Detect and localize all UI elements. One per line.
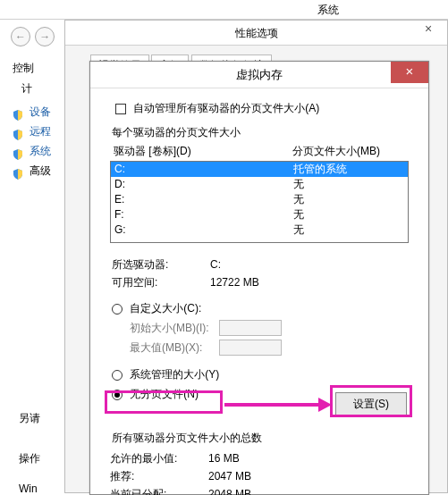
drive-row-e[interactable]: E: 无 — [111, 192, 408, 207]
shield-icon — [13, 166, 23, 177]
avail-label: 可用空间: — [112, 273, 210, 291]
side-head: 控制 — [13, 61, 51, 76]
drive-row-g[interactable]: G: 无 — [111, 222, 408, 238]
col-drive: 驱动器 [卷标](D) — [114, 144, 292, 159]
recommended-value: 2047 MB — [208, 467, 409, 485]
totals-head: 所有驱动器分页文件大小的总数 — [112, 431, 409, 446]
forward-icon[interactable]: → — [35, 27, 55, 46]
radio-system-row[interactable]: 系统管理的大小(Y) — [112, 365, 409, 384]
win-text: Win — [19, 482, 38, 495]
side-head2: 计 — [21, 81, 51, 96]
control-panel-side: 控制 计 设备 远程 系统 高级 — [13, 61, 51, 180]
avail-value: 12722 MB — [210, 273, 409, 291]
vm-title: 虚拟内存 — [236, 68, 283, 81]
close-icon[interactable]: × — [391, 62, 428, 83]
shield-icon — [13, 127, 23, 138]
custom-size-section: 自定义大小(C): 初始大小(MB)(I): 最大值(MB)(X): — [112, 298, 409, 357]
checkbox-icon[interactable] — [115, 104, 126, 114]
auto-manage-row[interactable]: 自动管理所有驱动器的分页文件大小(A) — [115, 101, 409, 116]
selected-drive-label: 所选驱动器: — [112, 256, 210, 273]
shield-icon — [13, 107, 23, 118]
col-size: 分页文件大小(MB) — [292, 144, 405, 159]
virtual-memory-dialog: 虚拟内存 × 自动管理所有驱动器的分页文件大小(A) 每个驱动器的分页文件大小 … — [89, 61, 429, 495]
radio-icon[interactable] — [112, 304, 123, 315]
side-item-device[interactable]: 设备 — [13, 102, 51, 122]
system-managed-label: 系统管理的大小(Y) — [130, 368, 219, 381]
max-input[interactable] — [219, 340, 282, 356]
shield-icon — [13, 147, 23, 157]
auto-manage-label: 自动管理所有驱动器的分页文件大小(A) — [133, 102, 319, 114]
max-label: 最大值(MB)(X): — [130, 338, 219, 357]
totals-section: 所有驱动器分页文件大小的总数 允许的最小值: 16 MB 推荐: 2047 MB… — [110, 431, 409, 495]
drive-list[interactable]: C: 托管的系统 D: 无 E: 无 F: 无 G: 无 — [110, 161, 409, 243]
each-drive-label: 每个驱动器的分页文件大小 — [112, 125, 409, 140]
radio-icon[interactable] — [112, 390, 123, 400]
radio-custom-row[interactable]: 自定义大小(C): — [112, 298, 409, 318]
drive-row-d[interactable]: D: 无 — [111, 177, 408, 192]
vm-titlebar: 虚拟内存 × — [90, 62, 428, 88]
back-icon[interactable]: ← — [11, 27, 30, 46]
drive-headers: 驱动器 [卷标](D) 分页文件大小(MB) — [110, 144, 409, 161]
recommended-label: 推荐: — [110, 467, 208, 485]
max-row: 最大值(MB)(X): — [130, 338, 409, 357]
vm-body: 自动管理所有驱动器的分页文件大小(A) 每个驱动器的分页文件大小 驱动器 [卷标… — [90, 88, 428, 495]
side-item-advanced[interactable]: 高级 — [13, 161, 51, 180]
other-text: 另请 操作 — [19, 411, 40, 466]
set-button[interactable]: 设置(S) — [335, 392, 407, 415]
min-allowed-label: 允许的最小值: — [110, 449, 208, 467]
close-icon[interactable]: × — [410, 21, 447, 38]
system-title: 系统 — [317, 3, 339, 18]
side-item-system[interactable]: 系统 — [13, 141, 51, 161]
nopage-label: 无分页文件(N) — [130, 388, 199, 400]
initial-label: 初始大小(MB)(I): — [130, 318, 219, 338]
custom-label: 自定义大小(C): — [130, 302, 201, 315]
perf-title: 性能选项 — [65, 21, 447, 46]
initial-input[interactable] — [219, 320, 282, 336]
min-allowed-value: 16 MB — [208, 449, 409, 467]
selected-drive-value: C: — [210, 256, 409, 273]
drive-row-c[interactable]: C: 托管的系统 — [111, 162, 408, 177]
system-titlebar: 系统 — [0, 0, 448, 20]
current-label: 当前已分配: — [110, 485, 208, 495]
drive-row-f[interactable]: F: 无 — [111, 207, 408, 222]
current-value: 2048 MB — [208, 485, 409, 495]
radio-icon[interactable] — [112, 370, 123, 381]
selected-info: 所选驱动器: C: 可用空间: 12722 MB — [112, 256, 409, 291]
nav-buttons: ← → — [11, 27, 56, 46]
side-item-remote[interactable]: 远程 — [13, 122, 51, 141]
initial-row: 初始大小(MB)(I): — [130, 318, 409, 338]
